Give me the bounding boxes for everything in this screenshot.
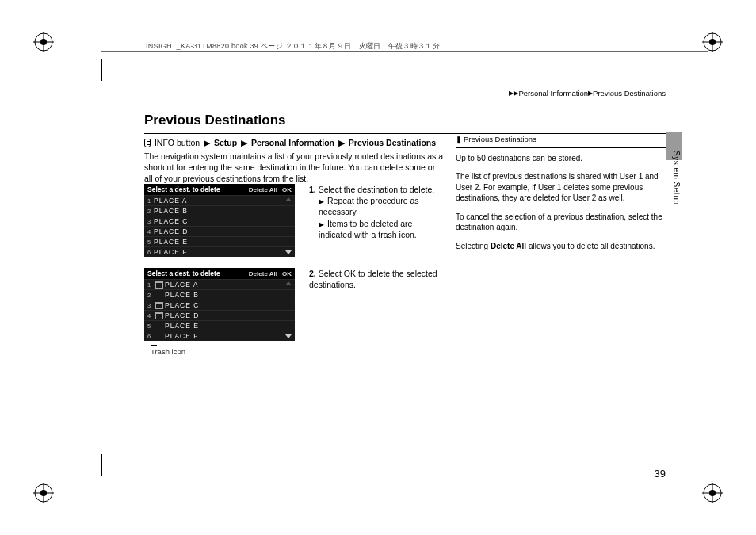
step-text: Select the destination to delete. <box>319 185 435 194</box>
screenshot-title: Select a dest. to delete <box>147 185 220 193</box>
list-item-number: 2 <box>144 208 154 215</box>
step-bullet: Repeat the procedure as necessary. <box>319 196 419 216</box>
list-item-label: PLACE A <box>154 197 295 204</box>
screenshot-header: Select a dest. to delete Delete All OK <box>144 268 295 279</box>
list-item-number: 1 <box>144 197 154 204</box>
crop-mark-icon <box>60 476 101 476</box>
list-item-label: PLACE D <box>154 227 295 235</box>
sidebar-notes: ❚Previous Destinations Up to 50 destinat… <box>456 132 666 259</box>
triangle-icon: ▶ <box>241 138 247 147</box>
header-rule <box>101 51 708 52</box>
screenshot-header: Select a dest. to delete Delete All OK <box>144 184 295 195</box>
list-item[interactable]: 5PLACE E <box>144 236 295 246</box>
list-item[interactable]: 4PLACE D <box>144 310 295 320</box>
note-icon: ❚ <box>456 136 462 143</box>
nav-path-item: Previous Destinations <box>349 138 436 147</box>
step-text: Select <box>319 269 344 278</box>
screenshot-select-destination: Select a dest. to delete Delete All OK 1… <box>144 184 295 257</box>
list-item-number: 3 <box>144 218 154 225</box>
list-item[interactable]: 2PLACE B <box>144 289 295 300</box>
chevron-down-icon <box>285 250 292 254</box>
chevron-down-icon <box>285 334 292 338</box>
list-item-label: PLACE C <box>154 217 295 225</box>
trash-icon-caption: Trash icon <box>151 347 185 356</box>
nav-path: INFO button ▶ Setup ▶ Personal Informati… <box>144 138 436 147</box>
list-item-label: PLACE A <box>165 281 295 289</box>
list-item[interactable]: 1PLACE A <box>144 195 295 205</box>
triangle-icon: ▶▶ <box>509 90 518 97</box>
crop-mark-icon <box>101 59 102 81</box>
list-item[interactable]: 3PLACE C <box>144 216 295 226</box>
registration-mark-icon <box>702 483 723 503</box>
crop-mark-icon <box>101 454 102 476</box>
triangle-icon: ▶ <box>319 220 324 228</box>
list-item[interactable]: 4PLACE D <box>144 226 295 236</box>
scrollbar[interactable] <box>284 279 293 341</box>
chevron-up-icon <box>285 281 292 285</box>
page-title-block: Previous Destinations <box>144 113 667 134</box>
list-item-label: PLACE B <box>165 291 295 299</box>
list-item-label: PLACE F <box>165 332 295 340</box>
crop-mark-icon <box>677 59 696 59</box>
nav-path-item: Setup <box>214 138 237 147</box>
triangle-icon: ▶ <box>204 138 210 147</box>
list-item-label: PLACE B <box>154 207 295 215</box>
list-item-label: PLACE E <box>165 322 295 330</box>
list-item-number: 4 <box>144 228 154 235</box>
intro-paragraph: The navigation system maintains a list o… <box>144 151 445 185</box>
list-item-label: PLACE F <box>154 248 295 256</box>
step-number: 1. <box>309 185 316 194</box>
sidebar-heading: ❚Previous Destinations <box>456 132 666 147</box>
list-item[interactable]: 6PLACE F <box>144 246 295 257</box>
page-title: Previous Destinations <box>144 113 667 128</box>
delete-all-button[interactable]: Delete All <box>249 186 277 193</box>
sidebar-paragraph: Selecting Delete All allows you to delet… <box>456 241 666 252</box>
ok-button[interactable]: OK <box>282 270 292 277</box>
list-item[interactable]: 2PLACE B <box>144 205 295 216</box>
crop-mark-icon <box>60 59 101 59</box>
list-item[interactable]: 6PLACE F <box>144 331 295 341</box>
sidebar-paragraph: To cancel the selection of a previous de… <box>456 212 666 233</box>
scrollbar[interactable] <box>284 195 293 257</box>
ok-label: OK <box>344 269 356 278</box>
list-item-label: PLACE D <box>165 311 295 319</box>
section-label: System Setup <box>672 151 681 204</box>
nav-path-item: INFO button <box>155 138 200 147</box>
page-number: 39 <box>655 468 666 480</box>
step-bullet: Items to be deleted are indicated with a… <box>319 219 417 239</box>
breadcrumb: ▶▶Personal Information▶Previous Destinat… <box>509 89 666 97</box>
triangle-icon: ▶ <box>319 197 324 205</box>
step-2: 2. Select OK to delete the selected dest… <box>309 268 444 290</box>
nav-path-item: Personal Information <box>251 138 334 147</box>
breadcrumb-item: Personal Information <box>518 89 588 97</box>
info-button-icon <box>144 139 151 147</box>
delete-all-button[interactable]: Delete All <box>249 270 277 277</box>
sidebar-paragraph: Up to 50 destinations can be stored. <box>456 153 666 164</box>
list-item-label: PLACE E <box>154 238 295 246</box>
list-item[interactable]: 5PLACE E <box>144 320 295 331</box>
list-item-number: 6 <box>144 249 154 256</box>
list-item-label: PLACE C <box>165 301 295 309</box>
ok-button[interactable]: OK <box>282 186 292 193</box>
list-item[interactable]: 3PLACE C <box>144 300 295 310</box>
breadcrumb-item: Previous Destinations <box>593 89 666 97</box>
step-number: 2. <box>309 269 316 278</box>
list-item[interactable]: 1PLACE A <box>144 279 295 289</box>
triangle-icon: ▶ <box>338 138 345 147</box>
registration-mark-icon <box>33 483 54 503</box>
list-item-number: 5 <box>144 239 154 246</box>
screenshot-title: Select a dest. to delete <box>147 269 220 277</box>
registration-mark-icon <box>33 32 54 52</box>
screenshot-select-destination-marked: Select a dest. to delete Delete All OK 1… <box>144 268 295 341</box>
registration-mark-icon <box>702 32 723 52</box>
step-1: 1. Select the destination to delete. ▶Re… <box>309 184 444 240</box>
chevron-up-icon <box>285 197 292 201</box>
sidebar-paragraph: The list of previous destinations is sha… <box>456 171 666 204</box>
callout-line <box>151 284 157 346</box>
crop-mark-icon <box>677 476 696 476</box>
